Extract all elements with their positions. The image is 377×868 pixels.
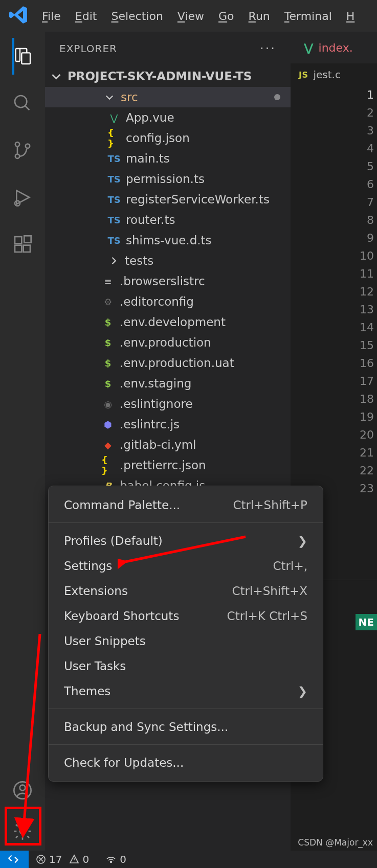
file-name: router.ts	[126, 213, 175, 226]
file-name: .browserslistrc	[120, 275, 205, 288]
menu-selection[interactable]: Selection	[111, 10, 163, 22]
file-row[interactable]: TSrouter.ts	[45, 210, 291, 230]
context-menu-item[interactable]: Command Palette...Ctrl+Shift+P	[49, 492, 323, 517]
svg-point-12	[20, 829, 25, 834]
search-icon[interactable]	[12, 93, 33, 113]
file-row[interactable]: $.env.production.uat	[45, 353, 291, 373]
file-row[interactable]: $.env.staging	[45, 373, 291, 394]
file-row[interactable]: { }config.json	[45, 128, 291, 148]
run-debug-icon[interactable]	[12, 187, 33, 208]
menu-file[interactable]: File	[42, 10, 61, 22]
manage-context-menu: Command Palette...Ctrl+Shift+PProfiles (…	[48, 486, 323, 782]
menu-separator	[49, 744, 323, 745]
file-row[interactable]: $.env.development	[45, 312, 291, 332]
menu-item-label: Keyboard Shortcuts	[64, 609, 179, 623]
line-number-gutter: 1234567891011121314151617181920212223	[360, 86, 374, 497]
file-row[interactable]: TSregisterServiceWorker.ts	[45, 189, 291, 210]
svg-point-3	[15, 154, 19, 158]
file-row[interactable]: { }.prettierrc.json	[45, 455, 291, 475]
shortcut-label: Ctrl+Shift+P	[233, 498, 307, 512]
menu-item-label: Command Palette...	[64, 498, 180, 512]
accounts-icon[interactable]	[12, 780, 33, 801]
breadcrumb[interactable]: JS jest.c	[291, 63, 377, 86]
folder-src[interactable]: src	[45, 87, 291, 107]
svg-rect-9	[24, 236, 31, 242]
context-menu-item[interactable]: Keyboard ShortcutsCtrl+K Ctrl+S	[49, 603, 323, 628]
status-warnings[interactable]: 0	[69, 853, 89, 865]
menu-item-label: Check for Updates...	[64, 756, 184, 769]
remote-indicator[interactable]	[0, 851, 29, 868]
menu-item-label: Settings	[64, 559, 112, 573]
menu-separator	[49, 709, 323, 709]
shortcut-label: Ctrl+Shift+X	[232, 584, 307, 598]
context-menu-item[interactable]: Themes❯	[49, 678, 323, 703]
menu-item-label: Extensions	[64, 584, 128, 598]
folder-tests[interactable]: tests	[45, 250, 291, 271]
editor-tabs: ⋁ index.	[291, 32, 377, 63]
breadcrumb-label: jest.c	[313, 68, 340, 81]
context-menu-item[interactable]: SettingsCtrl+,	[49, 553, 323, 578]
status-bar: 17 0 0	[0, 851, 377, 868]
status-errors[interactable]: 17	[36, 853, 62, 865]
file-name: registerServiceWorker.ts	[126, 193, 270, 206]
source-control-icon[interactable]	[12, 140, 33, 161]
context-menu-item[interactable]: Backup and Sync Settings...	[49, 714, 323, 739]
activity-bar	[0, 32, 45, 851]
tab-index-vue[interactable]: ⋁ index.	[297, 32, 360, 63]
menu-run[interactable]: Run	[249, 10, 270, 22]
context-menu-item[interactable]: Check for Updates...	[49, 750, 323, 775]
svg-point-16	[110, 861, 112, 863]
file-name: permission.ts	[126, 172, 205, 186]
js-icon: JS	[299, 70, 308, 80]
file-name: App.vue	[126, 111, 174, 124]
context-menu-item[interactable]: ExtensionsCtrl+Shift+X	[49, 578, 323, 603]
svg-point-1	[15, 96, 27, 107]
svg-rect-6	[15, 237, 21, 243]
menu-go[interactable]: Go	[218, 10, 234, 22]
file-row[interactable]: ⚙.editorconfig	[45, 291, 291, 312]
file-row[interactable]: TSpermission.ts	[45, 169, 291, 189]
file-row[interactable]: ≡.browserslistrc	[45, 271, 291, 291]
folder-name: src	[121, 90, 138, 104]
dirty-dot-icon	[274, 94, 280, 100]
svg-point-11	[20, 785, 26, 791]
chevron-right-icon: ❯	[298, 534, 307, 547]
vue-icon: ⋁	[304, 41, 314, 54]
menu-view[interactable]: View	[178, 10, 204, 22]
file-name: main.ts	[126, 152, 170, 165]
context-menu-item[interactable]: User Tasks	[49, 653, 323, 678]
menu-help[interactable]: H	[346, 10, 355, 22]
folder-name: tests	[125, 254, 153, 267]
file-name: .env.production.uat	[120, 356, 234, 370]
file-name: .env.staging	[120, 377, 191, 390]
svg-point-4	[26, 144, 30, 148]
file-row[interactable]: ⋁App.vue	[45, 107, 291, 128]
file-name: .editorconfig	[120, 295, 194, 308]
context-menu-item[interactable]: User Snippets	[49, 628, 323, 653]
context-menu-item[interactable]: Profiles (Default)❯	[49, 528, 323, 553]
file-row[interactable]: $.env.production	[45, 332, 291, 353]
more-icon[interactable]: ···	[260, 41, 276, 56]
file-name: .eslintignore	[120, 397, 193, 410]
file-tree: src ⋁App.vue{ }config.jsonTSmain.tsTSper…	[45, 87, 291, 496]
file-row[interactable]: ◆.gitlab-ci.yml	[45, 435, 291, 455]
watermark: CSDN @Major_xx	[298, 837, 373, 848]
file-row[interactable]: TSmain.ts	[45, 148, 291, 169]
extensions-icon[interactable]	[12, 234, 33, 255]
menu-item-label: User Tasks	[64, 659, 126, 673]
menu-separator	[49, 522, 323, 523]
explorer-icon[interactable]	[12, 46, 33, 66]
chevron-right-icon: ❯	[298, 684, 307, 698]
file-row[interactable]: TSshims-vue.d.ts	[45, 230, 291, 250]
project-name: PROJECT-SKY-ADMIN-VUE-TS	[68, 70, 252, 83]
explorer-title: EXPLORER	[59, 42, 260, 55]
manage-gear-icon[interactable]	[12, 821, 33, 841]
file-row[interactable]: ◉.eslintignore	[45, 394, 291, 414]
menu-item-label: User Snippets	[64, 634, 146, 648]
file-row[interactable]: ⬢.eslintrc.js	[45, 414, 291, 435]
file-name: .eslintrc.js	[120, 418, 180, 431]
status-ports[interactable]: 0	[105, 853, 126, 865]
menu-terminal[interactable]: Terminal	[284, 10, 332, 22]
menu-edit[interactable]: Edit	[75, 10, 97, 22]
project-root[interactable]: PROJECT-SKY-ADMIN-VUE-TS	[45, 65, 291, 87]
